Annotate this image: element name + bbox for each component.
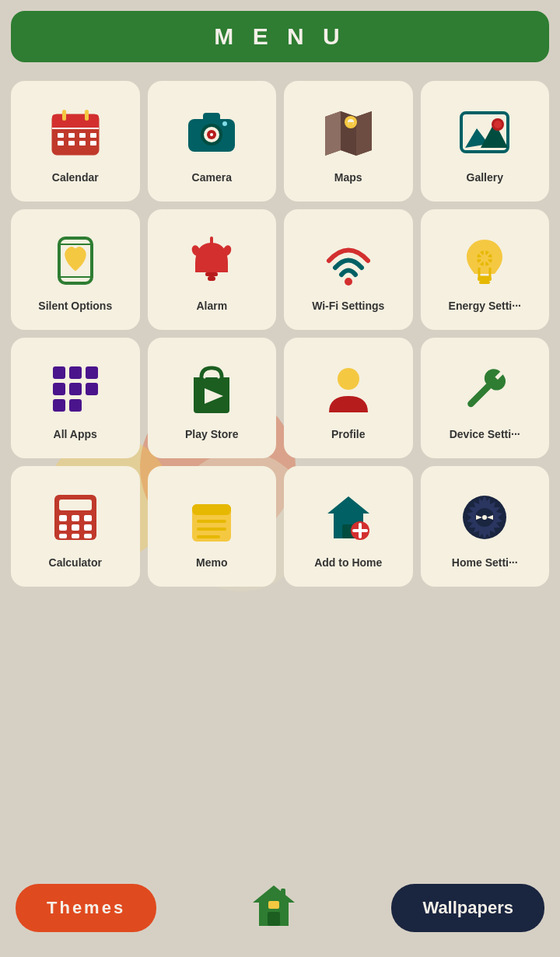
app-tile-profile[interactable]: Profile <box>284 338 413 458</box>
svg-point-84 <box>482 515 487 520</box>
svg-point-19 <box>210 133 213 136</box>
svg-rect-9 <box>68 141 75 145</box>
app-tile-home-settings[interactable]: Home Setti··· <box>421 466 550 587</box>
app-tile-silent-options[interactable]: Silent Options <box>11 209 140 330</box>
svg-rect-37 <box>208 276 215 281</box>
device-settings-icon <box>453 358 516 420</box>
svg-rect-11 <box>90 141 96 145</box>
app-label-wifi-settings: Wi-Fi Settings <box>312 300 384 313</box>
maps-icon <box>317 101 380 163</box>
menu-header: M E N U <box>11 11 549 62</box>
camera-icon <box>180 101 243 163</box>
svg-rect-56 <box>53 399 65 412</box>
app-label-play-store: Play Store <box>185 428 238 441</box>
svg-point-20 <box>222 121 227 126</box>
silent-icon <box>44 230 107 292</box>
app-tile-add-to-home[interactable]: Add to Home <box>284 466 413 587</box>
svg-marker-24 <box>356 111 372 156</box>
svg-point-59 <box>338 368 359 390</box>
app-label-maps: Maps <box>334 171 362 184</box>
svg-rect-10 <box>79 141 86 145</box>
svg-rect-86 <box>268 912 280 926</box>
alarm-icon <box>180 230 243 292</box>
app-tile-alarm[interactable]: Alarm <box>148 209 277 330</box>
svg-rect-6 <box>79 133 86 138</box>
calendar-icon <box>44 101 107 163</box>
app-tile-calculator[interactable]: Calculator <box>11 466 140 587</box>
app-tile-all-apps[interactable]: All Apps <box>11 338 140 458</box>
svg-rect-43 <box>479 281 490 284</box>
app-tile-gallery[interactable]: Gallery <box>421 81 550 202</box>
svg-rect-66 <box>72 524 79 531</box>
app-label-alarm: Alarm <box>196 300 227 313</box>
svg-rect-63 <box>72 515 79 521</box>
app-label-calendar: Calendar <box>52 171 99 184</box>
svg-rect-13 <box>85 110 89 121</box>
svg-rect-67 <box>84 524 92 531</box>
app-label-memo: Memo <box>196 556 227 570</box>
all-apps-icon <box>44 358 107 420</box>
app-tile-play-store[interactable]: Play Store <box>148 338 277 458</box>
app-label-energy-settings: Energy Setti··· <box>449 300 521 313</box>
app-label-device-settings: Device Setti··· <box>450 428 520 441</box>
svg-rect-72 <box>192 504 231 515</box>
app-label-profile: Profile <box>331 428 366 441</box>
svg-rect-62 <box>59 515 67 521</box>
svg-rect-61 <box>59 500 92 510</box>
svg-rect-7 <box>90 133 96 138</box>
gallery-icon <box>453 101 516 163</box>
app-tile-energy-settings[interactable]: Energy Setti··· <box>421 209 550 330</box>
svg-rect-70 <box>84 534 92 538</box>
svg-rect-57 <box>69 399 82 412</box>
memo-icon <box>180 486 243 549</box>
svg-point-32 <box>494 121 502 128</box>
svg-rect-68 <box>59 534 67 538</box>
svg-rect-50 <box>53 366 65 379</box>
bottom-bar: Themes Wallpapers <box>0 867 560 957</box>
svg-rect-5 <box>68 133 75 138</box>
svg-marker-22 <box>325 111 341 156</box>
svg-rect-64 <box>84 515 92 521</box>
menu-title: M E N U <box>11 23 549 50</box>
app-label-home-settings: Home Setti··· <box>452 556 518 570</box>
home-settings-icon <box>453 486 516 549</box>
svg-rect-69 <box>72 534 79 538</box>
energy-icon <box>453 230 516 292</box>
svg-rect-36 <box>205 272 218 276</box>
apps-grid: Calendar Camera <box>0 70 560 598</box>
svg-rect-65 <box>59 524 67 531</box>
app-tile-calendar[interactable]: Calendar <box>11 81 140 202</box>
app-tile-device-settings[interactable]: Device Setti··· <box>421 338 550 458</box>
app-tile-camera[interactable]: Camera <box>148 81 277 202</box>
app-label-camera: Camera <box>192 171 232 184</box>
svg-rect-51 <box>69 366 82 379</box>
svg-point-41 <box>345 278 352 286</box>
svg-rect-88 <box>281 889 285 899</box>
app-label-gallery: Gallery <box>467 171 503 184</box>
svg-rect-87 <box>268 901 279 909</box>
themes-button[interactable]: Themes <box>16 884 156 932</box>
app-tile-maps[interactable]: Maps <box>284 81 413 202</box>
svg-rect-55 <box>86 383 98 395</box>
app-label-add-to-home: Add to Home <box>314 556 382 570</box>
wifi-icon <box>317 230 380 292</box>
app-label-calculator: Calculator <box>49 556 102 570</box>
svg-rect-54 <box>69 383 82 395</box>
svg-rect-12 <box>62 110 66 121</box>
app-label-silent-options: Silent Options <box>38 300 112 313</box>
app-tile-memo[interactable]: Memo <box>148 466 277 587</box>
svg-rect-42 <box>478 277 492 281</box>
app-tile-wifi-settings[interactable]: Wi-Fi Settings <box>284 209 413 330</box>
play-store-icon <box>180 358 243 420</box>
profile-icon <box>317 358 380 420</box>
home-center-icon[interactable] <box>247 881 301 935</box>
svg-rect-53 <box>53 383 65 395</box>
app-label-all-apps: All Apps <box>54 428 97 441</box>
svg-rect-4 <box>58 133 64 138</box>
calculator-icon <box>44 486 107 549</box>
svg-rect-8 <box>58 141 64 145</box>
svg-rect-15 <box>203 113 220 122</box>
svg-rect-52 <box>86 366 98 379</box>
wallpapers-button[interactable]: Wallpapers <box>391 884 544 932</box>
add-to-home-icon <box>317 486 380 549</box>
